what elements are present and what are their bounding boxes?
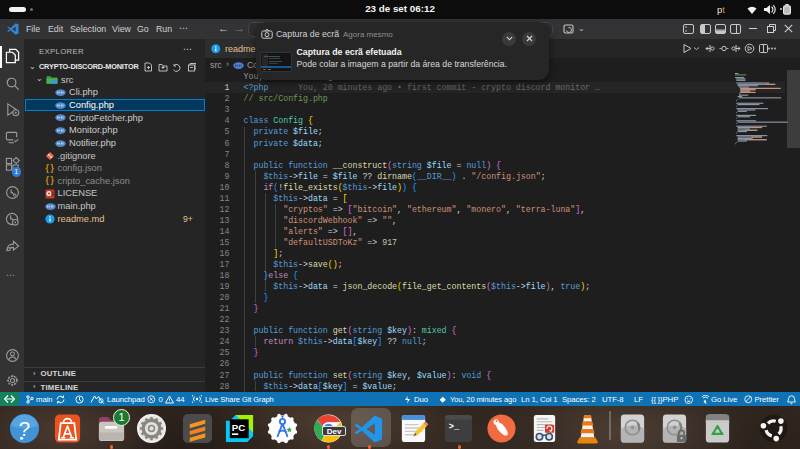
svg-text:>_: >_ bbox=[449, 421, 460, 431]
svg-text:PC: PC bbox=[231, 421, 244, 432]
svg-text:?: ? bbox=[19, 417, 30, 439]
